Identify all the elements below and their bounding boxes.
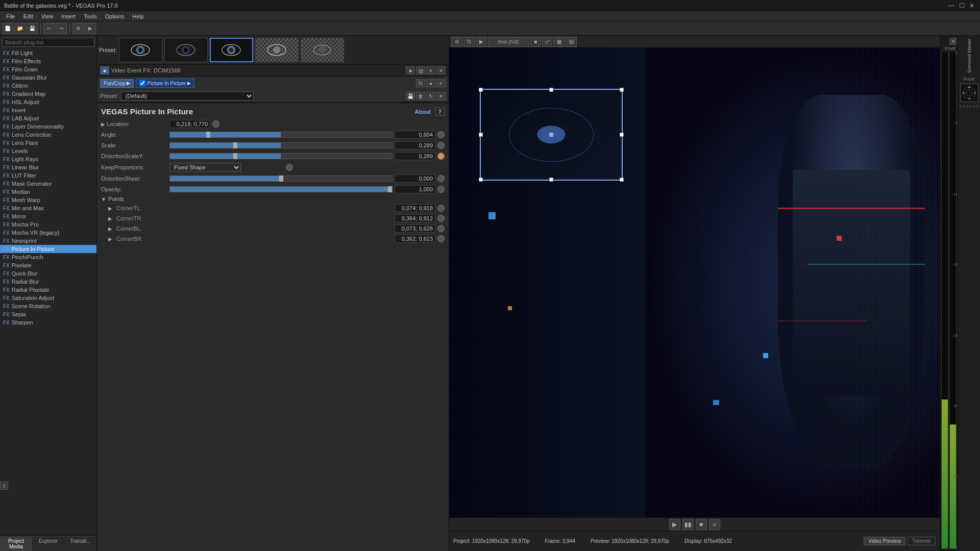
opacity-value[interactable]: 1,000 bbox=[395, 185, 435, 193]
plugin-radial-blur[interactable]: FX Radial Blur bbox=[0, 278, 96, 286]
tab-trimmer[interactable]: Trimmer bbox=[908, 537, 936, 545]
plugin-radial-pixelate[interactable]: FX Radial Pixelate bbox=[0, 286, 96, 294]
preset-delete-btn[interactable]: 🗑 bbox=[416, 92, 425, 100]
preview-loop-btn[interactable]: ≡ bbox=[709, 519, 720, 530]
vefx-btn-grid2[interactable]: ▤ bbox=[416, 66, 425, 74]
plugin-newsprint[interactable]: FX Newsprint bbox=[0, 237, 96, 245]
scale-value[interactable]: 0,289 bbox=[395, 141, 435, 149]
vefx-btn-close[interactable]: ✕ bbox=[436, 66, 446, 74]
plugin-hsl-adjust[interactable]: FX HSL Adjust bbox=[0, 98, 96, 106]
preset-thumb-1[interactable] bbox=[119, 38, 162, 62]
plugin-lab-adjust[interactable]: FX LAB Adjust bbox=[0, 114, 96, 122]
corner-tr-expand[interactable]: ▶ bbox=[108, 216, 112, 221]
distortion-shear-slider[interactable] bbox=[169, 176, 393, 182]
toolbar-undo[interactable]: ↩ bbox=[43, 23, 55, 34]
location-expand[interactable]: ▶ bbox=[101, 121, 105, 127]
plugin-sharpen[interactable]: FX Sharpen bbox=[0, 318, 96, 327]
opacity-slider[interactable] bbox=[169, 186, 393, 192]
plugin-scene-rotation[interactable]: FX Scene Rotation bbox=[0, 302, 96, 310]
preview-overlay-btn[interactable]: ▤ bbox=[566, 37, 577, 47]
preview-grid-btn[interactable]: ■ bbox=[530, 37, 541, 47]
close-button[interactable]: ✕ bbox=[968, 2, 976, 10]
preset-select[interactable]: (Default) bbox=[121, 91, 254, 101]
corner-bl-value[interactable]: 0,073; 0,628 bbox=[395, 224, 435, 233]
pip-handle-bm[interactable] bbox=[549, 178, 553, 182]
surround-grid-btn[interactable] bbox=[960, 84, 978, 102]
plugin-mesh-warp[interactable]: FX Mesh Warp bbox=[0, 196, 96, 204]
menu-tools[interactable]: Tools bbox=[80, 12, 101, 20]
menu-insert[interactable]: Insert bbox=[57, 12, 80, 20]
distortion-shear-anim-button[interactable] bbox=[437, 175, 445, 182]
plugin-linear-blur[interactable]: FX Linear Blur bbox=[0, 163, 96, 171]
tab-project-media[interactable]: Project Media bbox=[0, 536, 32, 551]
distortion-scale-y-anim-button[interactable] bbox=[437, 153, 445, 160]
plugin-film-grain[interactable]: FX Film Grain bbox=[0, 65, 96, 73]
preset-thumb-4[interactable] bbox=[255, 38, 299, 62]
plugin-gaussian-blur[interactable]: FX Gaussian Blur bbox=[0, 73, 96, 82]
preset-close-btn[interactable]: ✕ bbox=[436, 92, 446, 100]
preset-save-btn[interactable]: 💾 bbox=[406, 92, 415, 100]
keep-proportions-anim-button[interactable] bbox=[286, 164, 293, 171]
menu-help[interactable]: Help bbox=[128, 12, 148, 20]
scale-slider[interactable] bbox=[169, 142, 393, 148]
preset-thumb-2[interactable] bbox=[164, 38, 208, 62]
plugin-fill-light[interactable]: FX Fill Light bbox=[0, 49, 96, 57]
scale-anim-button[interactable] bbox=[437, 142, 445, 149]
plugin-lens-correction[interactable]: FX Lens Correction bbox=[0, 131, 96, 139]
toolbar-open[interactable]: 📁 bbox=[14, 23, 26, 34]
menu-options[interactable]: Options bbox=[101, 12, 129, 20]
plugin-glittrm[interactable]: FX Glittrm bbox=[0, 82, 96, 90]
preset-thumb-5[interactable] bbox=[301, 38, 344, 62]
preset-reset-btn[interactable]: ↻ bbox=[426, 92, 435, 100]
plugin-median[interactable]: FX Median bbox=[0, 188, 96, 196]
opacity-anim-button[interactable] bbox=[437, 186, 445, 193]
menu-edit[interactable]: Edit bbox=[19, 12, 37, 20]
angle-anim-button[interactable] bbox=[437, 131, 445, 138]
toolbar-render[interactable]: ▶ bbox=[85, 23, 96, 34]
tab-video-preview[interactable]: Video Preview bbox=[864, 537, 905, 545]
plugin-pinch-punch[interactable]: FX Pinch/Punch bbox=[0, 253, 96, 261]
preview-zoom-btn[interactable]: ☍ bbox=[542, 37, 552, 47]
location-anim-button[interactable] bbox=[212, 120, 219, 128]
preview-play-btn[interactable]: ▶ bbox=[669, 519, 680, 530]
pip-handle-bl[interactable] bbox=[479, 178, 483, 182]
tab-explorer[interactable]: Explorer bbox=[32, 536, 64, 551]
plugin-lens-flare[interactable]: FX Lens Flare bbox=[0, 139, 96, 147]
toolbar-settings[interactable]: ⚙ bbox=[72, 23, 84, 34]
pip-handle-br[interactable] bbox=[620, 178, 624, 182]
corner-br-expand[interactable]: ▶ bbox=[108, 236, 112, 242]
plugin-mocha-vr[interactable]: FX Mocha VR (legacy) bbox=[0, 229, 96, 237]
plugin-light-rays[interactable]: FX Light Rays bbox=[0, 155, 96, 163]
plugin-quick-blur[interactable]: FX Quick Blur bbox=[0, 269, 96, 278]
plugin-sepia[interactable]: FX Sepia bbox=[0, 310, 96, 318]
corner-br-value[interactable]: 0,362; 0,623 bbox=[395, 235, 435, 243]
preview-quality-btn[interactable]: ▶ bbox=[476, 37, 487, 47]
pip-bypass-checkbox[interactable] bbox=[139, 80, 145, 86]
plugin-saturation[interactable]: FX Saturation Adjust bbox=[0, 294, 96, 302]
toolbar-save[interactable]: 💾 bbox=[27, 23, 38, 34]
distortion-scale-y-value[interactable]: 0,289 bbox=[395, 152, 435, 160]
distortion-scale-y-slider[interactable] bbox=[169, 153, 393, 159]
pip-handle-tm[interactable] bbox=[549, 88, 553, 92]
pip-handle-tl[interactable] bbox=[479, 88, 483, 92]
pip-center-handle[interactable] bbox=[549, 133, 553, 137]
fx-chain-btn-fx[interactable]: fx bbox=[416, 79, 425, 87]
angle-value[interactable]: 0,604 bbox=[395, 131, 435, 139]
plugin-mirror[interactable]: FX Mirror bbox=[0, 212, 96, 220]
corner-bl-expand[interactable]: ▶ bbox=[108, 226, 112, 232]
toolbar-redo[interactable]: ↪ bbox=[56, 23, 67, 34]
fx-chain-btn-menu[interactable]: ≡ bbox=[436, 79, 446, 87]
corner-tl-expand[interactable]: ▶ bbox=[108, 206, 112, 211]
preview-stop-btn[interactable]: ■ bbox=[696, 519, 707, 530]
plugin-invert[interactable]: FX Invert bbox=[0, 106, 96, 114]
minimize-button[interactable]: — bbox=[947, 2, 955, 10]
angle-slider[interactable] bbox=[169, 132, 393, 138]
vefx-icon-btn[interactable]: ■ bbox=[100, 66, 109, 74]
pip-handle-tr[interactable] bbox=[620, 88, 624, 92]
corner-tr-value[interactable]: 0,364; 0,912 bbox=[395, 214, 435, 222]
points-section-header[interactable]: ▼ Points bbox=[101, 196, 445, 202]
preview-split-btn[interactable]: ▦ bbox=[553, 37, 565, 47]
plugin-pixelate[interactable]: FX Pixelate bbox=[0, 261, 96, 269]
vefx-btn-menu[interactable]: ≡ bbox=[426, 66, 435, 74]
preview-pause-btn[interactable]: ▮▮ bbox=[682, 519, 694, 530]
